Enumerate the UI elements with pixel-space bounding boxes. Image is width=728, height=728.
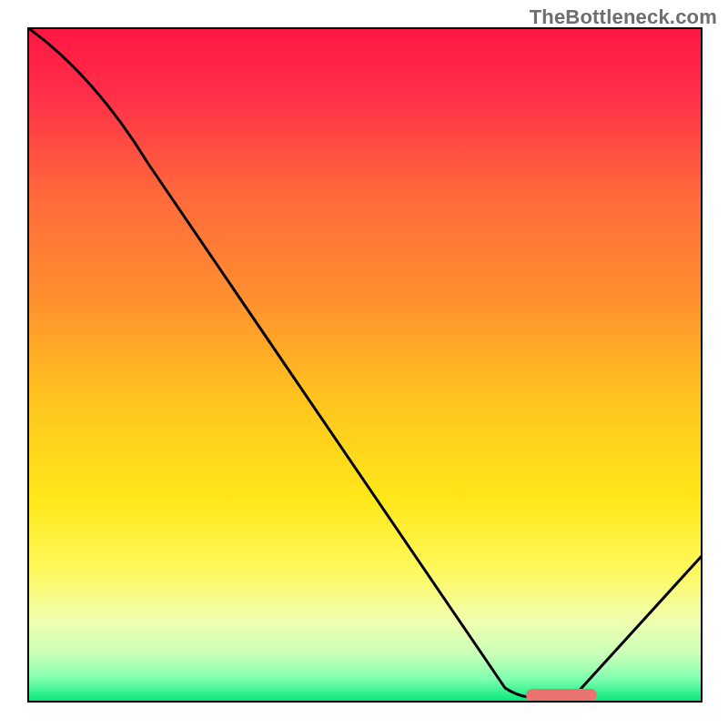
watermark-text: TheBottleneck.com — [530, 5, 717, 29]
plot-frame — [27, 27, 703, 703]
plot-area — [27, 27, 703, 703]
svg-rect-1 — [27, 27, 703, 703]
chart-container: TheBottleneck.com — [0, 0, 728, 728]
